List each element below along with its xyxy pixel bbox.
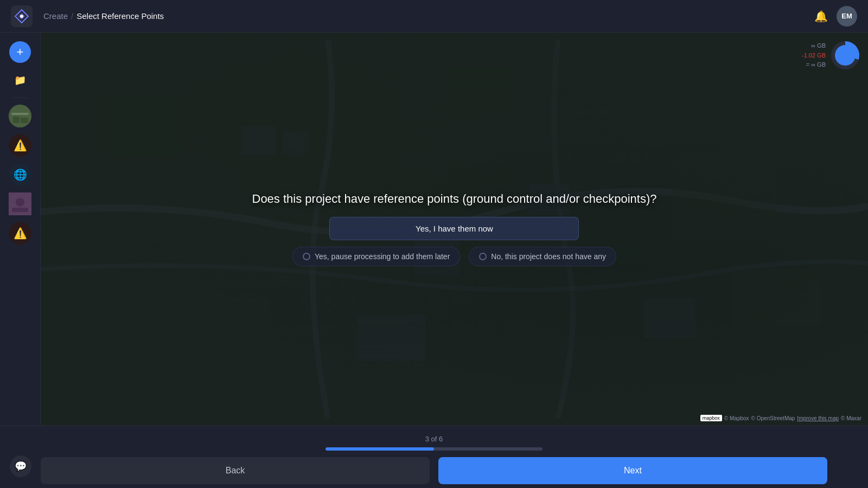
- plus-icon: +: [17, 45, 24, 59]
- option-secondary-1-label: Yes, pause processing to add them later: [315, 252, 450, 261]
- add-project-button[interactable]: +: [9, 41, 31, 63]
- header: Create / Select Reference Points 🔔 EM: [0, 0, 868, 33]
- back-button[interactable]: Back: [41, 457, 430, 484]
- svg-rect-3: [11, 113, 29, 115]
- sidebar-item-project2[interactable]: [9, 192, 31, 215]
- breadcrumb-create[interactable]: Create: [43, 11, 68, 21]
- map-area: ∞ GB -1.02 GB = ∞ GB Does this project h…: [41, 33, 868, 426]
- sidebar-item-warning1[interactable]: ⚠️: [9, 134, 31, 157]
- sidebar-item-project1[interactable]: [9, 105, 31, 127]
- progress-section: 3 of 6: [11, 435, 857, 451]
- breadcrumb-separator: /: [71, 11, 73, 21]
- option-yes-now-button[interactable]: Yes, I have them now: [329, 217, 579, 240]
- sidebar-divider: [11, 98, 29, 98]
- sidebar-item-warning2[interactable]: ⚠️: [9, 222, 31, 245]
- sidebar-item-globe[interactable]: 🌐: [9, 163, 31, 186]
- radio-dot-1: [303, 253, 310, 260]
- folder-icon: 📁: [14, 74, 26, 86]
- svg-rect-2: [9, 105, 31, 127]
- option-no-button[interactable]: No, this project does not have any: [469, 247, 616, 266]
- svg-rect-4: [13, 117, 20, 123]
- progress-bar-fill: [326, 447, 434, 451]
- bell-icon: 🔔: [814, 10, 828, 22]
- breadcrumb-current: Select Reference Points: [76, 11, 164, 21]
- logo[interactable]: [11, 5, 33, 27]
- avatar[interactable]: EM: [837, 6, 857, 27]
- dialog-question: Does this project have reference points …: [252, 192, 657, 206]
- next-button[interactable]: Next: [438, 457, 827, 484]
- sidebar: + 📁 ⚠️ 🌐 ⚠️: [0, 33, 41, 426]
- chat-button[interactable]: 💬: [10, 455, 31, 477]
- dialog-options: Yes, I have them now Yes, pause processi…: [292, 217, 616, 266]
- svg-rect-5: [21, 118, 28, 123]
- option-secondary-row: Yes, pause processing to add them later …: [292, 247, 616, 266]
- warning2-icon: ⚠️: [14, 227, 27, 240]
- svg-point-1: [20, 15, 23, 18]
- header-right: 🔔 EM: [814, 6, 857, 27]
- progress-label: 3 of 6: [425, 435, 443, 443]
- progress-bar-container: [326, 447, 542, 451]
- chat-icon: 💬: [15, 460, 27, 472]
- notification-bell-button[interactable]: 🔔: [814, 10, 828, 23]
- footer-buttons: Back Next: [41, 457, 827, 484]
- breadcrumb: Create / Select Reference Points: [43, 11, 164, 21]
- globe-icon: 🌐: [14, 168, 27, 181]
- radio-dot-2: [479, 253, 487, 260]
- dialog-overlay: Does this project have reference points …: [41, 33, 868, 426]
- svg-rect-8: [12, 208, 28, 212]
- warning-icon: ⚠️: [14, 139, 27, 152]
- option-secondary-2-label: No, this project does not have any: [491, 252, 606, 261]
- folder-button[interactable]: 📁: [9, 69, 31, 91]
- dialog-box: Does this project have reference points …: [252, 192, 657, 266]
- main-layout: + 📁 ⚠️ 🌐 ⚠️: [0, 33, 868, 426]
- footer: 3 of 6 Back Next: [0, 426, 868, 488]
- svg-point-7: [16, 198, 24, 207]
- option-yes-later-button[interactable]: Yes, pause processing to add them later: [292, 247, 460, 266]
